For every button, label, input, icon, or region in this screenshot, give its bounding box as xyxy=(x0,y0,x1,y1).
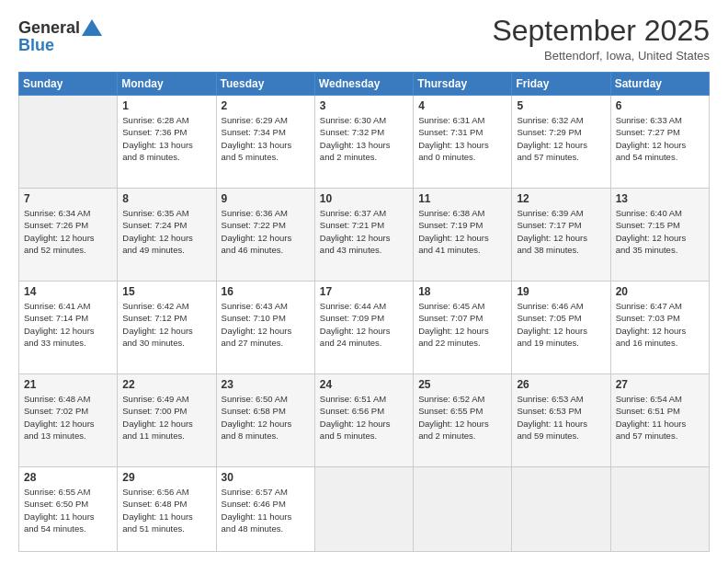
calendar-cell xyxy=(512,467,610,552)
day-info: Sunrise: 6:44 AM Sunset: 7:09 PM Dayligh… xyxy=(320,300,408,349)
day-number: 20 xyxy=(616,285,704,298)
day-number: 30 xyxy=(222,471,310,484)
calendar-cell: 8Sunrise: 6:35 AM Sunset: 7:24 PM Daylig… xyxy=(118,189,216,282)
calendar-cell: 13Sunrise: 6:40 AM Sunset: 7:15 PM Dayli… xyxy=(610,189,709,282)
calendar-cell: 20Sunrise: 6:47 AM Sunset: 7:03 PM Dayli… xyxy=(610,282,709,374)
day-number: 21 xyxy=(24,378,112,391)
calendar-cell: 30Sunrise: 6:57 AM Sunset: 6:46 PM Dayli… xyxy=(216,467,314,552)
calendar-cell: 11Sunrise: 6:38 AM Sunset: 7:19 PM Dayli… xyxy=(414,189,512,282)
page: General Blue September 2025 Bettendorf, … xyxy=(0,0,728,563)
day-number: 18 xyxy=(418,285,506,298)
day-number: 16 xyxy=(222,285,310,298)
day-number: 13 xyxy=(616,192,704,205)
day-info: Sunrise: 6:55 AM Sunset: 6:50 PM Dayligh… xyxy=(24,486,112,534)
day-info: Sunrise: 6:53 AM Sunset: 6:53 PM Dayligh… xyxy=(517,393,605,442)
day-info: Sunrise: 6:54 AM Sunset: 6:51 PM Dayligh… xyxy=(616,393,704,442)
calendar-cell: 26Sunrise: 6:53 AM Sunset: 6:53 PM Dayli… xyxy=(512,374,610,467)
day-info: Sunrise: 6:40 AM Sunset: 7:15 PM Dayligh… xyxy=(616,207,704,256)
day-info: Sunrise: 6:48 AM Sunset: 7:02 PM Dayligh… xyxy=(24,393,112,442)
calendar-cell: 25Sunrise: 6:52 AM Sunset: 6:55 PM Dayli… xyxy=(414,374,512,467)
day-number: 12 xyxy=(517,192,605,205)
day-number: 25 xyxy=(418,378,506,391)
location: Bettendorf, Iowa, United States xyxy=(492,49,710,63)
header: General Blue September 2025 Bettendorf, … xyxy=(18,15,710,63)
month-title: September 2025 xyxy=(492,15,710,47)
day-info: Sunrise: 6:47 AM Sunset: 7:03 PM Dayligh… xyxy=(616,300,704,349)
day-info: Sunrise: 6:36 AM Sunset: 7:22 PM Dayligh… xyxy=(222,207,310,256)
day-header-friday: Friday xyxy=(512,73,610,96)
day-header-sunday: Sunday xyxy=(19,73,118,96)
calendar-cell: 29Sunrise: 6:56 AM Sunset: 6:48 PM Dayli… xyxy=(118,467,216,552)
calendar-cell xyxy=(414,467,512,552)
calendar-cell: 15Sunrise: 6:42 AM Sunset: 7:12 PM Dayli… xyxy=(118,282,216,374)
day-info: Sunrise: 6:31 AM Sunset: 7:31 PM Dayligh… xyxy=(418,114,506,163)
calendar: SundayMondayTuesdayWednesdayThursdayFrid… xyxy=(18,72,710,552)
day-number: 10 xyxy=(320,192,408,205)
day-info: Sunrise: 6:30 AM Sunset: 7:32 PM Dayligh… xyxy=(320,114,408,163)
day-number: 27 xyxy=(616,378,704,391)
calendar-cell: 10Sunrise: 6:37 AM Sunset: 7:21 PM Dayli… xyxy=(314,189,413,282)
calendar-cell: 1Sunrise: 6:28 AM Sunset: 7:36 PM Daylig… xyxy=(118,96,216,189)
day-info: Sunrise: 6:38 AM Sunset: 7:19 PM Dayligh… xyxy=(418,207,506,256)
day-info: Sunrise: 6:42 AM Sunset: 7:12 PM Dayligh… xyxy=(122,300,210,349)
day-header-monday: Monday xyxy=(118,73,216,96)
day-info: Sunrise: 6:51 AM Sunset: 6:56 PM Dayligh… xyxy=(320,393,408,442)
logo: General Blue xyxy=(18,18,102,55)
day-info: Sunrise: 6:29 AM Sunset: 7:34 PM Dayligh… xyxy=(222,114,310,163)
day-number: 3 xyxy=(320,99,408,112)
day-info: Sunrise: 6:49 AM Sunset: 7:00 PM Dayligh… xyxy=(122,393,210,442)
day-number: 1 xyxy=(122,99,210,112)
day-info: Sunrise: 6:28 AM Sunset: 7:36 PM Dayligh… xyxy=(122,114,210,163)
header-right: September 2025 Bettendorf, Iowa, United … xyxy=(492,15,710,63)
day-number: 26 xyxy=(517,378,605,391)
calendar-cell: 21Sunrise: 6:48 AM Sunset: 7:02 PM Dayli… xyxy=(19,374,118,467)
day-info: Sunrise: 6:43 AM Sunset: 7:10 PM Dayligh… xyxy=(222,300,310,349)
day-number: 2 xyxy=(222,99,310,112)
calendar-cell: 16Sunrise: 6:43 AM Sunset: 7:10 PM Dayli… xyxy=(216,282,314,374)
day-header-tuesday: Tuesday xyxy=(216,73,314,96)
day-number: 6 xyxy=(616,99,704,112)
calendar-cell xyxy=(19,96,118,189)
calendar-cell: 9Sunrise: 6:36 AM Sunset: 7:22 PM Daylig… xyxy=(216,189,314,282)
calendar-cell: 3Sunrise: 6:30 AM Sunset: 7:32 PM Daylig… xyxy=(314,96,413,189)
calendar-cell: 12Sunrise: 6:39 AM Sunset: 7:17 PM Dayli… xyxy=(512,189,610,282)
day-info: Sunrise: 6:32 AM Sunset: 7:29 PM Dayligh… xyxy=(517,114,605,163)
day-header-thursday: Thursday xyxy=(414,73,512,96)
day-number: 7 xyxy=(24,192,112,205)
calendar-cell: 23Sunrise: 6:50 AM Sunset: 6:58 PM Dayli… xyxy=(216,374,314,467)
logo-blue-text: Blue xyxy=(18,36,102,55)
day-info: Sunrise: 6:45 AM Sunset: 7:07 PM Dayligh… xyxy=(418,300,506,349)
calendar-cell: 18Sunrise: 6:45 AM Sunset: 7:07 PM Dayli… xyxy=(414,282,512,374)
day-info: Sunrise: 6:35 AM Sunset: 7:24 PM Dayligh… xyxy=(122,207,210,256)
day-info: Sunrise: 6:33 AM Sunset: 7:27 PM Dayligh… xyxy=(616,114,704,163)
svg-marker-0 xyxy=(82,19,102,36)
day-number: 15 xyxy=(122,285,210,298)
day-number: 17 xyxy=(320,285,408,298)
day-number: 9 xyxy=(222,192,310,205)
day-info: Sunrise: 6:50 AM Sunset: 6:58 PM Dayligh… xyxy=(222,393,310,442)
logo-general-text: General xyxy=(18,18,80,38)
calendar-cell: 2Sunrise: 6:29 AM Sunset: 7:34 PM Daylig… xyxy=(216,96,314,189)
day-number: 29 xyxy=(122,471,210,484)
day-info: Sunrise: 6:39 AM Sunset: 7:17 PM Dayligh… xyxy=(517,207,605,256)
calendar-cell: 6Sunrise: 6:33 AM Sunset: 7:27 PM Daylig… xyxy=(610,96,709,189)
day-info: Sunrise: 6:56 AM Sunset: 6:48 PM Dayligh… xyxy=(122,486,210,534)
day-info: Sunrise: 6:37 AM Sunset: 7:21 PM Dayligh… xyxy=(320,207,408,256)
calendar-cell: 28Sunrise: 6:55 AM Sunset: 6:50 PM Dayli… xyxy=(19,467,118,552)
day-info: Sunrise: 6:52 AM Sunset: 6:55 PM Dayligh… xyxy=(418,393,506,442)
calendar-cell xyxy=(314,467,413,552)
day-number: 24 xyxy=(320,378,408,391)
day-number: 4 xyxy=(418,99,506,112)
day-number: 5 xyxy=(517,99,605,112)
calendar-cell: 24Sunrise: 6:51 AM Sunset: 6:56 PM Dayli… xyxy=(314,374,413,467)
day-info: Sunrise: 6:46 AM Sunset: 7:05 PM Dayligh… xyxy=(517,300,605,349)
calendar-cell: 4Sunrise: 6:31 AM Sunset: 7:31 PM Daylig… xyxy=(414,96,512,189)
day-number: 14 xyxy=(24,285,112,298)
day-number: 28 xyxy=(24,471,112,484)
day-number: 11 xyxy=(418,192,506,205)
day-header-wednesday: Wednesday xyxy=(314,73,413,96)
calendar-cell: 27Sunrise: 6:54 AM Sunset: 6:51 PM Dayli… xyxy=(610,374,709,467)
calendar-cell: 7Sunrise: 6:34 AM Sunset: 7:26 PM Daylig… xyxy=(19,189,118,282)
day-info: Sunrise: 6:57 AM Sunset: 6:46 PM Dayligh… xyxy=(222,486,310,534)
day-number: 19 xyxy=(517,285,605,298)
